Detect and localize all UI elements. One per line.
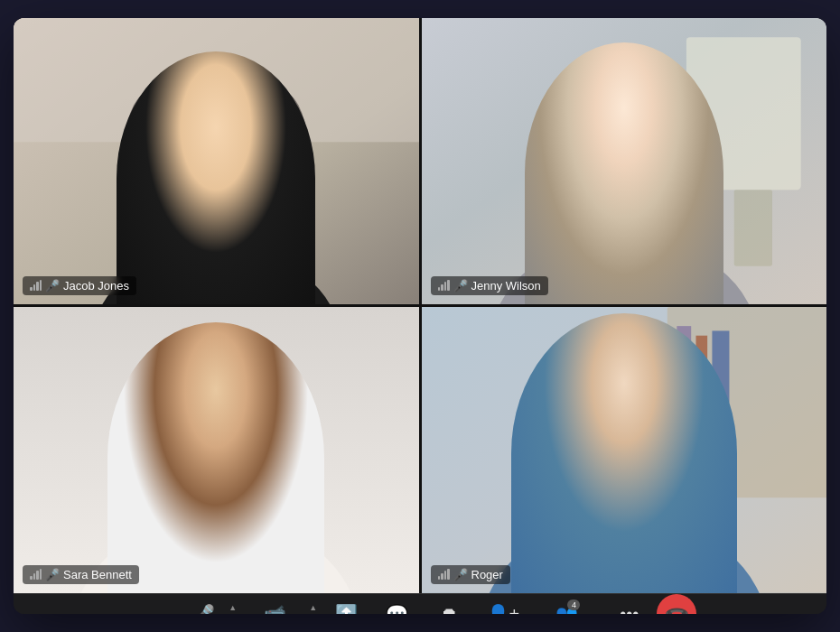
svg-rect-33 bbox=[667, 307, 826, 497]
mute-icon: 🎤 bbox=[192, 605, 215, 614]
share-icon: ⬆️ bbox=[335, 605, 358, 614]
participant-label-roger: 🎤 Roger bbox=[431, 565, 510, 584]
video-cell-jenny: 🎤 Jenny Wilson bbox=[422, 18, 827, 304]
invite-button[interactable]: 👤+ Invite bbox=[478, 599, 529, 614]
participant-label-jacob: 🎤 Jacob Jones bbox=[23, 276, 136, 295]
mic-icon-jacob: 🎤 bbox=[45, 279, 60, 293]
leave-control[interactable]: 📞 Leave bbox=[657, 594, 696, 614]
svg-rect-46 bbox=[627, 436, 668, 463]
svg-point-43 bbox=[589, 440, 608, 457]
more-icon: ••• bbox=[620, 605, 639, 614]
svg-point-37 bbox=[481, 516, 767, 593]
svg-line-48 bbox=[566, 449, 581, 451]
svg-point-4 bbox=[145, 99, 287, 262]
svg-point-38 bbox=[547, 369, 700, 541]
mic-icon-roger: 🎤 bbox=[453, 568, 468, 581]
svg-point-41 bbox=[664, 355, 717, 469]
participant-name-roger: Roger bbox=[471, 568, 503, 581]
svg-rect-45 bbox=[581, 436, 622, 463]
svg-rect-34 bbox=[677, 326, 691, 403]
svg-rect-35 bbox=[695, 336, 707, 403]
signal-icon-sara bbox=[30, 569, 42, 580]
svg-point-20 bbox=[636, 153, 653, 169]
chat-icon: 💬 bbox=[386, 605, 408, 614]
mute-control: 🎤 Mute ▲ bbox=[180, 599, 238, 614]
more-button[interactable]: ••• More bbox=[606, 599, 653, 614]
mic-icon-sara: 🎤 bbox=[45, 568, 60, 581]
svg-point-30 bbox=[229, 451, 247, 467]
svg-rect-12 bbox=[686, 37, 800, 190]
participant-name-jacob: Jacob Jones bbox=[63, 279, 129, 293]
svg-point-5 bbox=[145, 70, 287, 156]
svg-point-50 bbox=[694, 468, 709, 485]
participant-name-sara: Sara Bennett bbox=[63, 568, 132, 581]
camera-icon: 📹 bbox=[264, 605, 286, 614]
svg-point-29 bbox=[185, 451, 202, 467]
svg-rect-17 bbox=[555, 99, 593, 262]
mute-chevron[interactable]: ▲ bbox=[227, 601, 238, 614]
svg-point-40 bbox=[530, 355, 583, 469]
video-cell-jacob: 🎤 Jacob Jones bbox=[14, 18, 419, 304]
toolbar-center: 🎤 Mute ▲ 📹 Stop video ▲ ⬆️ Share 💬 bbox=[176, 594, 700, 614]
svg-point-27 bbox=[126, 374, 173, 469]
app-window: 🎤 Jacob Jones bbox=[14, 18, 826, 614]
svg-point-24 bbox=[266, 451, 294, 489]
svg-rect-21 bbox=[14, 307, 419, 593]
svg-point-9 bbox=[229, 167, 247, 184]
leave-button[interactable]: 📞 bbox=[657, 594, 696, 614]
svg-rect-18 bbox=[655, 99, 693, 262]
svg-line-49 bbox=[668, 449, 684, 451]
svg-point-39 bbox=[547, 345, 700, 431]
svg-point-15 bbox=[555, 88, 693, 244]
brand-name: RingCentral bbox=[727, 612, 808, 614]
share-button[interactable]: ⬆️ Share bbox=[322, 599, 369, 614]
signal-icon-roger bbox=[438, 569, 450, 580]
video-control: 📹 Stop video ▲ bbox=[242, 599, 319, 614]
participant-label-sara: 🎤 Sara Bennett bbox=[23, 565, 139, 584]
svg-point-28 bbox=[259, 374, 307, 469]
signal-icon-jacob bbox=[30, 280, 42, 291]
svg-point-8 bbox=[184, 167, 203, 184]
svg-point-23 bbox=[138, 451, 167, 489]
svg-point-26 bbox=[149, 357, 283, 448]
mute-button[interactable]: 🎤 Mute bbox=[180, 599, 227, 614]
toolbar: ID: 237-956-0884 🎤 Mute ▲ 📹 Stop video bbox=[14, 593, 826, 614]
svg-point-19 bbox=[594, 153, 611, 169]
video-cell-roger: 🎤 Roger bbox=[422, 307, 827, 593]
record-icon: ⏺ bbox=[440, 605, 458, 614]
participants-badge: 4 bbox=[567, 599, 580, 610]
svg-point-3 bbox=[159, 275, 274, 304]
participants-button[interactable]: 👥 4 Participants bbox=[532, 598, 602, 614]
svg-rect-13 bbox=[733, 190, 771, 266]
toolbar-right: RingCentral bbox=[700, 612, 808, 614]
svg-point-44 bbox=[640, 440, 659, 457]
record-button[interactable]: ⏺ Record bbox=[424, 599, 473, 614]
video-grid: 🎤 Jacob Jones bbox=[14, 18, 826, 593]
video-chevron[interactable]: ▲ bbox=[307, 601, 319, 614]
participant-name-jenny: Jenny Wilson bbox=[471, 279, 541, 293]
participant-label-jenny: 🎤 Jenny Wilson bbox=[431, 276, 548, 295]
video-cell-sara: 🎤 Sara Bennett bbox=[14, 307, 419, 593]
svg-point-25 bbox=[149, 388, 283, 541]
participants-icon-wrapper: 👥 4 bbox=[555, 603, 578, 614]
svg-point-31 bbox=[120, 515, 135, 526]
stop-video-button[interactable]: 📹 Stop video bbox=[242, 599, 307, 614]
svg-rect-36 bbox=[712, 330, 729, 402]
chat-button[interactable]: 💬 Chat bbox=[373, 599, 420, 614]
svg-rect-10 bbox=[14, 18, 419, 142]
invite-icon: 👤+ bbox=[487, 605, 520, 614]
mic-icon-jenny: 🎤 bbox=[453, 279, 468, 293]
svg-point-16 bbox=[555, 56, 693, 152]
leave-phone-icon: 📞 bbox=[662, 599, 690, 614]
svg-point-6 bbox=[126, 89, 182, 194]
svg-point-42 bbox=[566, 483, 681, 550]
signal-icon-jenny bbox=[438, 280, 450, 291]
